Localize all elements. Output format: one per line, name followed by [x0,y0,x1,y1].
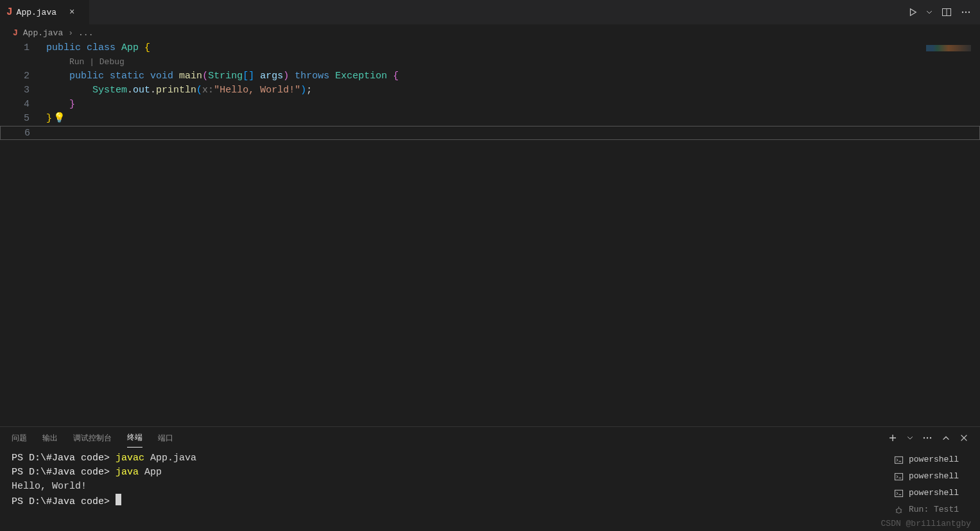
codelens[interactable]: Run | Debug [46,55,980,69]
line-number: 3 [0,83,46,98]
svg-point-6 [927,437,928,439]
svg-point-3 [965,12,967,13]
svg-point-4 [968,12,970,13]
split-editor-icon[interactable] [941,7,952,17]
terminal-instance[interactable]: Run: Test1 [890,501,976,518]
svg-point-5 [924,437,925,439]
code-content[interactable]: public class App { [46,41,980,55]
code-lines: 1 public class App { Run | Debug 2 publi… [0,41,980,140]
panel-actions [888,433,980,443]
terminal-instance[interactable]: powershell [890,451,976,468]
panel-tabs: 问题 输出 调试控制台 终端 端口 [0,427,980,449]
line-number: 6 [1,126,47,139]
lightbulb-icon[interactable]: 💡 [53,113,65,124]
terminal-instance[interactable]: powershell [890,485,976,501]
bottom-panel: 问题 输出 调试控制台 终端 端口 PS D:\#Java code> java… [0,426,980,531]
svg-point-11 [897,508,902,513]
tab-bar: J App.java × [0,0,980,24]
line-number: 4 [0,98,46,112]
code-content[interactable]: public static void main(String[] args) t… [46,69,980,83]
terminal-icon [894,472,904,482]
terminal-cursor [116,494,121,505]
tab-actions [908,0,980,24]
tab-terminal[interactable]: 终端 [127,428,142,448]
code-editor[interactable]: 1 public class App { Run | Debug 2 publi… [0,41,980,426]
line-number [0,55,46,69]
svg-rect-8 [895,457,902,463]
breadcrumb-trailing: ... [78,28,93,38]
run-button[interactable] [908,8,917,17]
svg-point-2 [962,12,963,13]
tab-ports[interactable]: 端口 [158,429,173,448]
breadcrumb[interactable]: J App.java › ... [0,24,980,41]
new-terminal-icon[interactable] [888,433,898,443]
terminal-icon [894,489,904,498]
chevron-right-icon: › [68,28,73,38]
svg-rect-9 [895,473,902,480]
editor-tab[interactable]: J App.java × [0,0,90,24]
tab-problems[interactable]: 问题 [12,429,27,448]
more-actions-icon[interactable] [961,7,971,17]
code-content[interactable] [47,126,979,139]
java-file-icon: J [13,28,18,38]
tab-debug[interactable]: 调试控制台 [73,429,112,448]
svg-rect-10 [895,490,902,496]
tab-output[interactable]: 输出 [42,429,58,448]
terminal-dropdown-icon[interactable] [907,435,913,441]
breadcrumb-file: App.java [23,28,63,38]
terminal-instance[interactable]: powershell [890,468,976,485]
panel-body: PS D:\#Java code> javac App.java PS D:\#… [0,449,980,531]
code-content[interactable]: }💡 [46,112,980,126]
watermark: CSDN @brilliantgby [881,519,971,528]
java-file-icon: J [6,6,13,18]
panel-more-icon[interactable] [922,433,933,443]
terminal-output[interactable]: PS D:\#Java code> javac App.java PS D:\#… [0,449,890,531]
maximize-panel-icon[interactable] [941,433,950,442]
terminal-icon [894,455,904,465]
close-tab-icon[interactable]: × [69,7,74,17]
code-content[interactable]: System.out.println(x:"Hello, World!"); [46,83,980,98]
run-dropdown-icon[interactable] [926,9,933,15]
line-number: 2 [0,69,46,83]
code-content[interactable]: } [46,98,980,112]
line-number: 1 [0,41,46,55]
close-panel-icon[interactable] [959,433,968,442]
tab-filename: App.java [17,8,56,17]
svg-point-7 [930,437,931,439]
bug-icon [894,505,904,515]
line-number: 5 [0,112,46,126]
